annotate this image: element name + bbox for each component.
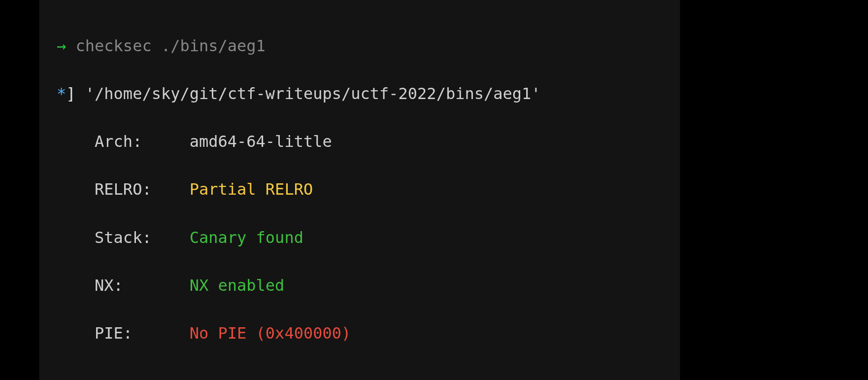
arch-label: Arch:	[95, 130, 190, 154]
stack-label: Stack:	[95, 226, 190, 250]
nx-row: NX:NX enabled	[57, 274, 663, 298]
pie-row: PIE:No PIE (0x400000)	[57, 321, 663, 345]
bracket-text: ]	[66, 84, 75, 103]
binary-path: '/home/sky/git/ctf-writeups/uctf-2022/bi…	[85, 84, 541, 103]
pie-label: PIE:	[95, 321, 190, 345]
nx-value: NX enabled	[190, 276, 285, 295]
output-header: *] '/home/sky/git/ctf-writeups/uctf-2022…	[57, 82, 663, 106]
prompt-line: → checksec ./bins/aeg1	[57, 34, 663, 58]
prompt-arrow-icon: →	[57, 36, 66, 55]
command-text: checksec ./bins/aeg1	[76, 36, 266, 55]
nx-label: NX:	[95, 274, 190, 298]
relro-label: RELRO:	[95, 177, 190, 202]
arch-row: Arch:amd64-64-little	[57, 130, 663, 154]
stack-row: Stack:Canary found	[57, 226, 663, 250]
relro-value: Partial RELRO	[190, 180, 313, 199]
star-icon: *	[57, 84, 66, 103]
relro-row: RELRO:Partial RELRO	[57, 177, 663, 202]
stack-value: Canary found	[190, 228, 303, 247]
terminal-content[interactable]: → checksec ./bins/aeg1 *] '/home/sky/git…	[39, 0, 680, 380]
arch-value: amd64-64-little	[190, 132, 332, 151]
terminal-window: → checksec ./bins/aeg1 *] '/home/sky/git…	[39, 0, 680, 380]
pie-value: No PIE (0x400000)	[190, 324, 351, 343]
